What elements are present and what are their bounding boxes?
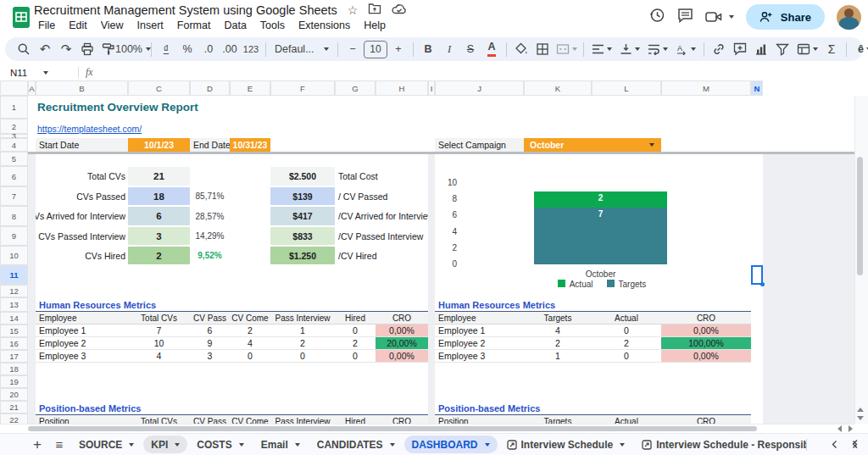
version-history-icon[interactable] bbox=[648, 7, 665, 27]
sheet-tab-source[interactable]: SOURCE bbox=[71, 436, 142, 453]
kpi-percent[interactable]: 9,52% bbox=[190, 246, 230, 265]
chart-bar-segment-targets[interactable]: 7 bbox=[534, 208, 667, 264]
table-cell[interactable]: 0 bbox=[270, 350, 335, 363]
vertical-scrollbar-thumb[interactable] bbox=[857, 157, 863, 275]
all-sheets-button[interactable]: ≡ bbox=[49, 435, 70, 455]
row-header-21[interactable]: 21 bbox=[0, 401, 28, 413]
table-cell[interactable]: 1 bbox=[524, 350, 592, 363]
template-link[interactable]: https://templatesheet.com/ bbox=[37, 123, 258, 134]
report-title[interactable]: Recruitment Overview Report bbox=[37, 99, 393, 114]
kpi-percent[interactable]: 28,57% bbox=[190, 206, 230, 226]
table-cell[interactable]: 100,00% bbox=[661, 337, 751, 350]
sheet-tab-menu-caret[interactable] bbox=[295, 443, 300, 447]
row-header-17[interactable]: 17 bbox=[0, 350, 28, 363]
menu-file[interactable]: File bbox=[32, 19, 61, 32]
table-cell[interactable]: Employee 3 bbox=[435, 350, 524, 363]
sheet-tab-menu-caret[interactable] bbox=[129, 443, 134, 447]
table-cell[interactable]: 20,00% bbox=[376, 337, 428, 350]
select-campaign-label-cell[interactable]: Select Campaign bbox=[435, 138, 524, 152]
strikethrough-button[interactable]: S bbox=[460, 39, 481, 59]
row-header-16[interactable]: 16 bbox=[0, 337, 28, 350]
more-formats-button[interactable]: 123 bbox=[241, 39, 261, 59]
text-wrap-button[interactable] bbox=[644, 39, 671, 59]
table-cell[interactable]: 2 bbox=[335, 337, 376, 350]
column-header-C[interactable]: C bbox=[128, 80, 190, 96]
document-title[interactable]: Recruitment Management System using Goog… bbox=[34, 3, 337, 17]
zoom-select[interactable]: 100% bbox=[120, 39, 147, 59]
account-avatar[interactable] bbox=[837, 5, 861, 30]
kpi-label[interactable]: CVs Hired bbox=[36, 246, 125, 265]
end-date-label-cell[interactable]: End Date bbox=[190, 138, 230, 152]
row-header-1[interactable]: 1 bbox=[0, 96, 28, 119]
table-cell[interactable]: 10 bbox=[128, 337, 190, 350]
kpi-percent[interactable]: 85,71% bbox=[190, 186, 230, 206]
column-header-F[interactable]: F bbox=[270, 80, 335, 96]
table-cell[interactable]: 4 bbox=[524, 325, 592, 337]
row-header-10[interactable]: 10 bbox=[0, 246, 28, 265]
horizontal-scrollbar-thumb[interactable] bbox=[28, 426, 757, 431]
redo-button[interactable]: ↷ bbox=[56, 39, 76, 59]
kpi-label[interactable]: CVs Arrived for Interview bbox=[36, 206, 125, 226]
column-header-G[interactable]: G bbox=[335, 80, 376, 96]
row-header-12[interactable]: 12 bbox=[0, 285, 28, 297]
column-header-I[interactable]: I bbox=[428, 80, 435, 96]
row-header-14[interactable]: 14 bbox=[0, 312, 28, 325]
table-cell[interactable]: 4 bbox=[230, 337, 270, 350]
sheet-tab-menu-caret[interactable] bbox=[175, 443, 180, 447]
column-header-D[interactable]: D bbox=[190, 80, 230, 96]
kpi-cost-cell[interactable]: $2.500 bbox=[270, 167, 335, 186]
column-header-E[interactable]: E bbox=[230, 80, 270, 96]
menu-format[interactable]: Format bbox=[171, 19, 217, 32]
sheet-tab-menu-caret[interactable] bbox=[239, 443, 244, 447]
table-views-button[interactable] bbox=[793, 39, 821, 59]
row-header-9[interactable]: 9 bbox=[0, 226, 28, 246]
add-sheet-button[interactable]: + bbox=[27, 435, 47, 455]
table-cell[interactable]: 9 bbox=[190, 337, 230, 350]
row-header-11[interactable]: 11 bbox=[0, 265, 28, 285]
menu-view[interactable]: View bbox=[95, 19, 130, 32]
scroll-down-arrow[interactable] bbox=[857, 416, 864, 420]
table-cell[interactable]: 0,00% bbox=[376, 325, 428, 337]
share-button[interactable]: Share bbox=[746, 4, 825, 30]
table-cell[interactable]: 0 bbox=[335, 325, 376, 337]
fill-color-button[interactable] bbox=[511, 39, 531, 59]
end-date-value-cell[interactable]: 10/31/23 bbox=[230, 138, 270, 152]
table-cell[interactable]: 2 bbox=[524, 337, 592, 350]
input-tools-button[interactable]: ê bbox=[851, 39, 868, 59]
column-header-L[interactable]: L bbox=[592, 80, 661, 96]
row-header-20[interactable]: 20 bbox=[0, 388, 28, 401]
kpi-value-cell[interactable]: 3 bbox=[128, 227, 190, 245]
video-call-caret[interactable] bbox=[729, 15, 734, 19]
cloud-status-icon[interactable] bbox=[392, 3, 407, 18]
table-cell[interactable]: 4 bbox=[128, 350, 190, 363]
move-folder-icon[interactable] bbox=[368, 3, 381, 18]
scroll-left-arrow[interactable] bbox=[837, 425, 842, 432]
vertical-align-button[interactable] bbox=[616, 39, 643, 59]
comments-icon[interactable] bbox=[677, 8, 693, 26]
column-header-B[interactable]: B bbox=[36, 80, 128, 96]
table-cell[interactable]: 3 bbox=[190, 350, 230, 363]
kpi-value-cell[interactable]: 6 bbox=[128, 207, 190, 225]
table-cell[interactable]: Employee 3 bbox=[36, 350, 128, 363]
scroll-up-arrow[interactable] bbox=[857, 408, 864, 412]
video-call-button[interactable] bbox=[705, 10, 734, 24]
table-cell[interactable]: 2 bbox=[230, 325, 270, 337]
sheet-grid[interactable]: ABCDEFGHIJKLMN12345678910111213141516171… bbox=[0, 80, 854, 424]
bold-button[interactable]: B bbox=[418, 39, 438, 59]
start-date-label-cell[interactable]: Start Date bbox=[36, 138, 128, 152]
row-header-22[interactable]: 22 bbox=[0, 413, 28, 424]
row-header-4[interactable]: 4 bbox=[0, 138, 28, 152]
sheets-logo-icon[interactable] bbox=[10, 6, 32, 32]
menu-extensions[interactable]: Extensions bbox=[292, 19, 356, 32]
insert-chart-button[interactable] bbox=[751, 39, 771, 59]
create-filter-button[interactable] bbox=[772, 39, 793, 59]
insert-comment-button[interactable] bbox=[730, 39, 750, 59]
selection-fill-handle[interactable] bbox=[760, 282, 765, 286]
kpi-value-cell[interactable]: 18 bbox=[128, 187, 190, 205]
sheet-tab-kpi[interactable]: KPI bbox=[143, 436, 187, 453]
sheet-tab-menu-caret[interactable] bbox=[485, 443, 490, 447]
table-cell[interactable]: 6 bbox=[190, 325, 230, 337]
insert-link-button[interactable] bbox=[709, 39, 729, 59]
row-header-5[interactable]: 5 bbox=[0, 152, 28, 166]
row-header-13[interactable]: 13 bbox=[0, 297, 28, 312]
